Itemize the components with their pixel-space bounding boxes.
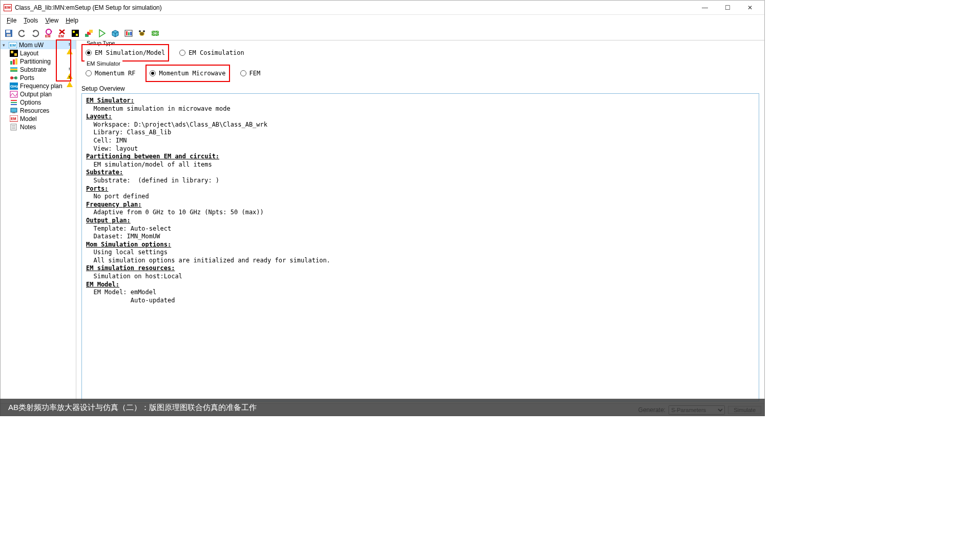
overview-header: EM simulation resources: — [86, 264, 755, 273]
overview-line: Workspace: D:\project\ads\Class_AB\Class… — [86, 121, 755, 129]
svg-text:EM: EM — [58, 34, 64, 38]
tree-root-label: Mom uW — [19, 42, 44, 49]
svg-rect-30 — [10, 70, 17, 72]
fieldset-setup-type: Setup Type EM Simulation/ModelEM Cosimul… — [81, 44, 759, 60]
fieldset-em-simulator: EM Simulator Momentum RFMomentum Microwa… — [81, 65, 759, 81]
redo-icon[interactable] — [29, 28, 41, 39]
substrate-bee-icon[interactable] — [136, 28, 148, 39]
cube3d-icon[interactable] — [109, 28, 121, 39]
tree-icon — [10, 107, 18, 114]
svg-rect-41 — [12, 112, 15, 113]
tree-icon — [10, 124, 18, 131]
overview-line: Adaptive from 0 GHz to 10 GHz (Npts: 50 … — [86, 209, 755, 217]
overview-header: Layout: — [86, 113, 755, 121]
tree-item-options[interactable]: Options — [1, 98, 76, 107]
radio-em-cosimulation[interactable]: EM Cosimulation — [179, 49, 244, 56]
sidebar: ▾ EM Mom uW LayoutPartitioningSubstrateP… — [1, 40, 76, 403]
svg-rect-40 — [11, 108, 17, 112]
em-cancel-icon[interactable]: EM — [56, 28, 68, 39]
legend-overview: Setup Overview — [81, 85, 759, 93]
tree-item-ports[interactable]: Ports — [1, 74, 76, 82]
window-title: Class_AB_lib:IMN:emSetup (EM Setup for s… — [15, 4, 694, 11]
tree-icon — [10, 99, 18, 106]
tree-icon — [10, 66, 18, 73]
tree-item-label: Options — [20, 99, 41, 106]
tree-icon: GHz — [10, 83, 18, 90]
radio-label: FEM — [249, 70, 261, 77]
overview-line: View: layout — [86, 145, 755, 153]
layout-black-icon[interactable] — [69, 28, 81, 39]
legend-setup-type: Setup Type — [85, 40, 117, 46]
tree-item-layout[interactable]: Layout — [1, 49, 76, 57]
radio-icon — [150, 70, 156, 76]
em-reload-icon[interactable]: EM — [43, 28, 55, 39]
overview-textbox[interactable]: EM Simulator: Momentum simulation in mic… — [81, 93, 759, 401]
content: Setup Type EM Simulation/ModelEM Cosimul… — [76, 40, 764, 403]
play-icon[interactable] — [96, 28, 108, 39]
menubar: File Tools View Help — [1, 15, 764, 26]
radio-icon — [179, 50, 185, 56]
overview-line: No port defined — [86, 193, 755, 201]
radio-icon — [86, 70, 92, 76]
radio-fem[interactable]: FEM — [240, 70, 261, 77]
mesh-icon[interactable] — [149, 28, 161, 39]
close-button[interactable]: ✕ — [739, 1, 761, 15]
layers-icon[interactable] — [82, 28, 95, 39]
save-icon[interactable] — [3, 28, 15, 39]
menu-view[interactable]: View — [42, 16, 61, 25]
radio-label: EM Cosimulation — [189, 49, 244, 56]
tree-item-substrate[interactable]: Substrate — [1, 66, 76, 74]
body: ▾ EM Mom uW LayoutPartitioningSubstrateP… — [1, 40, 764, 403]
overview-line: All simulation options are initialized a… — [86, 257, 755, 265]
tree-icon — [10, 58, 18, 65]
svg-rect-8 — [76, 34, 78, 36]
radio-momentum-rf[interactable]: Momentum RF — [86, 70, 135, 77]
tree-item-notes[interactable]: Notes — [1, 123, 76, 131]
menu-help[interactable]: Help — [62, 16, 81, 25]
tree-item-output-plan[interactable]: Output plan — [1, 90, 76, 98]
tree-item-label: Ports — [20, 74, 34, 81]
overview-line: Momentum simulation in microwave mode — [86, 105, 755, 113]
svg-rect-11 — [89, 30, 93, 33]
overview-header: Ports: — [86, 185, 755, 193]
overview-line: Library: Class_AB_lib — [86, 129, 755, 137]
tree-item-label: Model — [20, 115, 37, 122]
undo-icon[interactable] — [16, 28, 28, 39]
radio-icon — [86, 50, 92, 56]
overview-line: Substrate: (defined in library: ) — [86, 177, 755, 185]
radio-em-simulation-model[interactable]: EM Simulation/Model — [86, 49, 165, 56]
svg-text:EM: EM — [45, 34, 51, 38]
tree-item-label: Resources — [20, 107, 49, 114]
tree-item-label: Layout — [20, 50, 38, 57]
overview-line: Using local settings — [86, 249, 755, 257]
tree-item-resources[interactable]: Resources — [1, 107, 76, 115]
tree-item-frequency-plan[interactable]: GHzFrequency plan — [1, 82, 76, 90]
overview-header: Substrate: — [86, 169, 755, 177]
menu-file[interactable]: File — [4, 16, 19, 25]
svg-rect-7 — [73, 31, 75, 33]
tree-root[interactable]: ▾ EM Mom uW — [1, 40, 76, 49]
data-display-icon[interactable] — [122, 28, 135, 39]
maximize-button[interactable]: ☐ — [716, 1, 739, 15]
tree-item-label: Partitioning — [20, 58, 51, 65]
svg-text:EM: EM — [11, 117, 16, 120]
tree-item-model[interactable]: EMModel — [1, 115, 76, 123]
tree-icon — [10, 91, 18, 98]
tree-item-label: Output plan — [20, 91, 52, 98]
svg-rect-1 — [6, 30, 10, 33]
radio-momentum-microwave[interactable]: Momentum Microwave — [150, 70, 225, 77]
svg-rect-28 — [10, 67, 17, 69]
overview-header: Frequency plan: — [86, 201, 755, 209]
svg-text:EM: EM — [10, 43, 16, 48]
svg-rect-14 — [128, 32, 130, 35]
em-badge-icon: EM — [9, 42, 17, 49]
overview-header: Mom Simulation options: — [86, 241, 755, 249]
menu-tools[interactable]: Tools — [20, 16, 41, 25]
expand-icon[interactable]: ▾ — [3, 43, 9, 48]
tree-icon — [10, 50, 18, 57]
minimize-button[interactable]: — — [694, 1, 716, 15]
overview-header: Output plan: — [86, 217, 755, 225]
overview-line: Auto-updated — [86, 297, 755, 305]
svg-point-17 — [139, 30, 141, 32]
tree-item-partitioning[interactable]: Partitioning — [1, 57, 76, 66]
